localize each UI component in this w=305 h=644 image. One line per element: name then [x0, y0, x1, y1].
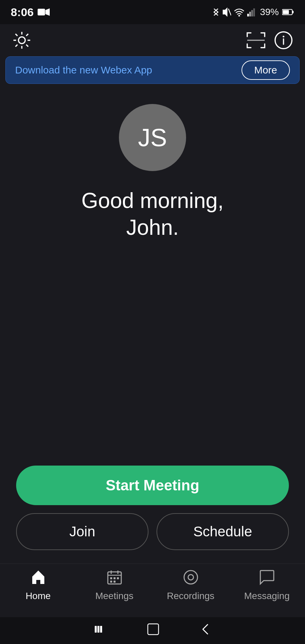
recent-apps-button[interactable] — [94, 623, 106, 638]
svg-point-26 — [184, 571, 198, 584]
nav-recordings-label: Recordings — [167, 591, 215, 601]
svg-rect-22 — [114, 577, 116, 579]
scan-icon — [246, 32, 266, 49]
secondary-buttons: Join Schedule — [16, 513, 289, 550]
battery-icon — [282, 9, 294, 15]
svg-point-16 — [283, 36, 285, 38]
meetings-icon — [106, 569, 123, 588]
home-system-icon — [146, 623, 160, 636]
nav-meetings[interactable]: Meetings — [76, 569, 152, 601]
greeting-line1: Good morning, — [81, 189, 223, 213]
svg-rect-21 — [110, 577, 112, 579]
back-icon — [200, 623, 211, 635]
svg-rect-0 — [38, 9, 45, 15]
schedule-button[interactable]: Schedule — [157, 513, 289, 550]
svg-rect-30 — [100, 626, 102, 633]
signal-icon — [247, 8, 257, 16]
home-system-button[interactable] — [146, 623, 160, 639]
bottom-nav: Home Meetings — [0, 564, 305, 617]
settings-button[interactable] — [12, 31, 32, 50]
mute-icon — [222, 7, 231, 17]
recordings-icon — [183, 569, 199, 588]
svg-rect-28 — [95, 626, 97, 633]
status-bar: 8:06 — [0, 0, 305, 24]
svg-rect-11 — [292, 11, 294, 13]
svg-rect-25 — [114, 581, 116, 583]
avatar-initials: JS — [138, 123, 167, 152]
wifi-icon — [234, 8, 245, 16]
join-button[interactable]: Join — [16, 513, 148, 550]
svg-rect-5 — [247, 14, 249, 16]
greeting: Good morning, John. — [81, 187, 223, 241]
download-banner: Download the new Webex App More — [5, 56, 300, 84]
system-nav — [0, 617, 305, 644]
svg-rect-8 — [253, 8, 255, 16]
header — [0, 24, 305, 56]
banner-text: Download the new Webex App — [15, 64, 152, 76]
svg-point-12 — [18, 37, 25, 44]
svg-marker-1 — [45, 8, 50, 16]
nav-home-label: Home — [26, 591, 51, 601]
gear-icon — [12, 31, 32, 50]
video-camera-icon — [38, 8, 50, 16]
svg-rect-24 — [110, 581, 112, 583]
nav-messaging-label: Messaging — [244, 591, 290, 601]
nav-messaging[interactable]: Messaging — [229, 569, 305, 601]
recent-apps-icon — [94, 623, 106, 635]
nav-home[interactable]: Home — [0, 569, 76, 601]
info-icon — [274, 31, 293, 50]
app-wrapper: 8:06 — [0, 0, 305, 644]
svg-marker-2 — [223, 7, 227, 17]
content-area: JS Good morning, John. — [0, 84, 305, 241]
svg-rect-31 — [148, 624, 159, 635]
more-button[interactable]: More — [242, 60, 290, 80]
svg-rect-23 — [117, 577, 119, 579]
back-button[interactable] — [200, 623, 211, 638]
nav-recordings[interactable]: Recordings — [152, 569, 229, 601]
greeting-line2: John. — [126, 215, 179, 239]
svg-point-4 — [238, 15, 240, 17]
svg-rect-29 — [97, 626, 99, 633]
svg-point-27 — [188, 575, 193, 580]
nav-meetings-label: Meetings — [95, 591, 134, 601]
svg-rect-10 — [283, 10, 289, 14]
top-section: Download the new Webex App More — [0, 24, 305, 84]
info-button[interactable] — [274, 31, 293, 50]
messaging-icon — [259, 569, 275, 588]
svg-line-3 — [228, 9, 231, 15]
start-meeting-button[interactable]: Start Meeting — [16, 466, 289, 505]
action-buttons: Start Meeting Join Schedule — [0, 466, 305, 550]
status-icons — [212, 7, 257, 17]
status-bar-left: 8:06 — [11, 6, 50, 19]
status-bar-right: 39% — [212, 7, 294, 17]
scan-button[interactable] — [246, 32, 266, 49]
status-time: 8:06 — [11, 6, 34, 19]
battery-text: 39% — [260, 7, 279, 17]
svg-rect-6 — [249, 12, 251, 16]
bluetooth-icon — [212, 7, 220, 17]
header-right — [246, 31, 293, 50]
home-icon — [30, 569, 46, 588]
svg-rect-7 — [251, 10, 253, 16]
avatar[interactable]: JS — [119, 104, 186, 171]
